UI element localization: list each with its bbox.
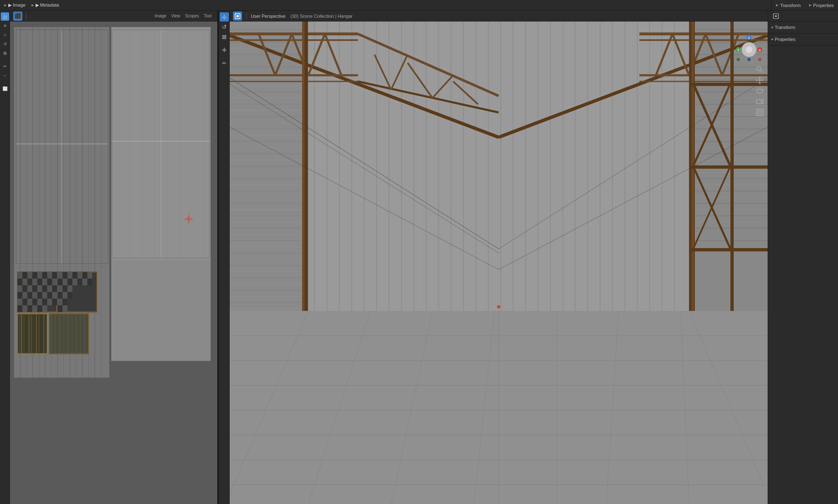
svg-rect-120 — [62, 279, 67, 285]
svg-rect-407 — [756, 100, 761, 104]
viewport-rotate-tool[interactable]: ↺ — [220, 22, 229, 31]
svg-rect-65 — [17, 272, 22, 279]
tab-image[interactable]: Image — [152, 11, 169, 21]
uv-header-select[interactable]: ⬛ — [13, 12, 22, 21]
properties-menu-item[interactable]: ▶ Properties — [805, 3, 838, 8]
hangar-scene[interactable]: Z X Y — [230, 21, 768, 504]
menu-item-metadata[interactable]: ▶ ▶ Metadata — [29, 2, 62, 9]
svg-rect-117 — [82, 272, 87, 279]
svg-rect-126 — [58, 285, 62, 292]
svg-rect-409 — [756, 109, 763, 116]
svg-rect-71 — [47, 272, 52, 279]
svg-rect-82 — [22, 285, 27, 292]
menu-item-image[interactable]: ▶ ▶ Image — [2, 2, 28, 9]
svg-point-403 — [757, 67, 761, 71]
viewport-scene-label: (30) Scene Collection | Hangar — [291, 14, 353, 19]
transform-section-header[interactable]: ▾ Transform — [771, 23, 835, 31]
svg-point-162 — [236, 15, 239, 17]
transform-menu-item[interactable]: ▶ Transform — [772, 3, 805, 8]
navigation-gizmo[interactable]: Z X Y — [736, 34, 763, 61]
svg-rect-88 — [52, 285, 57, 292]
properties-chevron-icon: ▾ — [771, 38, 773, 41]
transform-chevron-icon: ▾ — [771, 26, 773, 29]
svg-text:Z: Z — [748, 36, 750, 39]
viewport-move-tool[interactable]: ⊹ — [220, 12, 229, 21]
svg-rect-90 — [22, 292, 27, 299]
svg-point-395 — [746, 46, 752, 53]
uv-box-tool[interactable]: ⬜ — [1, 84, 9, 93]
viewport-scale-tool[interactable]: ⊠ — [220, 32, 229, 41]
uv-scene-svg — [10, 21, 217, 504]
svg-rect-135 — [62, 305, 67, 312]
tab-tool[interactable]: Tool — [202, 11, 214, 21]
uv-scale-tool[interactable]: ⊠ — [1, 49, 9, 57]
svg-rect-87 — [47, 285, 52, 292]
svg-rect-69 — [37, 272, 42, 279]
svg-rect-118 — [87, 272, 92, 279]
right-sidebar-header — [768, 11, 838, 21]
svg-rect-76 — [32, 279, 37, 285]
svg-point-391 — [497, 305, 500, 308]
uv-cursor-tool[interactable]: ✛ — [1, 21, 9, 30]
uv-annotate-tool[interactable]: ✏ — [1, 62, 9, 70]
tab-view[interactable]: View — [169, 11, 183, 21]
svg-rect-92 — [32, 292, 37, 299]
svg-rect-112 — [58, 272, 62, 279]
pan-view-icon[interactable] — [755, 76, 764, 85]
svg-rect-86 — [42, 285, 47, 292]
svg-text:X: X — [759, 49, 761, 52]
camera-view-icon[interactable] — [755, 97, 764, 106]
svg-rect-67 — [27, 272, 32, 279]
grid-view-icon[interactable] — [755, 108, 764, 117]
svg-rect-85 — [37, 285, 42, 292]
svg-rect-80 — [52, 279, 57, 285]
tab-scopes[interactable]: Scopes — [182, 11, 201, 21]
svg-rect-122 — [72, 279, 77, 285]
svg-rect-93 — [37, 292, 42, 299]
uv-rotate-tool[interactable]: ↺ — [1, 40, 9, 48]
svg-rect-127 — [62, 285, 67, 292]
svg-rect-383 — [730, 21, 734, 311]
svg-text:Y: Y — [737, 49, 740, 52]
svg-rect-83 — [27, 285, 32, 292]
right-sidebar-panel: ▾ Transform ▾ Properties — [768, 11, 838, 504]
viewport-type-icon[interactable] — [233, 12, 242, 21]
viewport-annotate-tool[interactable]: ✏ — [220, 59, 229, 68]
uv-measure-tool[interactable]: ↔ — [1, 71, 9, 79]
viewport-header: User Perspective (30) Scene Collection |… — [230, 11, 768, 21]
svg-rect-132 — [58, 299, 62, 305]
properties-arrow-icon: ▶ — [809, 3, 812, 7]
svg-rect-79 — [47, 279, 52, 285]
svg-rect-97 — [17, 299, 22, 305]
svg-rect-75 — [27, 279, 32, 285]
svg-rect-133 — [62, 299, 67, 305]
svg-rect-121 — [67, 279, 72, 285]
zoom-view-icon[interactable] — [755, 65, 764, 74]
orbit-view-icon[interactable] — [755, 86, 764, 96]
transform-section-label: Transform — [775, 25, 795, 30]
svg-rect-113 — [62, 272, 67, 279]
transform-label: Transform — [780, 3, 801, 8]
svg-rect-104 — [52, 299, 57, 305]
properties-section-header[interactable]: ▾ Properties — [771, 35, 835, 43]
svg-rect-72 — [52, 272, 57, 279]
svg-rect-96 — [52, 292, 57, 299]
svg-rect-77 — [37, 279, 42, 285]
properties-section: ▾ Properties — [768, 33, 838, 45]
svg-rect-81 — [17, 285, 22, 292]
svg-rect-105 — [17, 305, 22, 312]
svg-rect-100 — [32, 299, 37, 305]
svg-rect-119 — [58, 279, 62, 285]
svg-rect-98 — [22, 299, 27, 305]
svg-point-406 — [756, 88, 763, 94]
uv-canvas-area[interactable] — [10, 21, 217, 504]
svg-rect-95 — [47, 292, 52, 299]
sidebar-properties-icon[interactable] — [771, 12, 780, 21]
uv-select-tool[interactable]: ◻ — [1, 12, 9, 21]
svg-rect-134 — [58, 305, 62, 312]
uv-move-tool[interactable]: ⊹ — [1, 31, 9, 39]
viewport-cursor-tool[interactable]: ✛ — [220, 45, 229, 55]
viewport-perspective-label: User Perspective — [251, 14, 286, 19]
viewport-left-toolbar: ⊹ ↺ ⊠ ✛ ✏ — [219, 11, 230, 504]
svg-rect-124 — [82, 279, 87, 285]
